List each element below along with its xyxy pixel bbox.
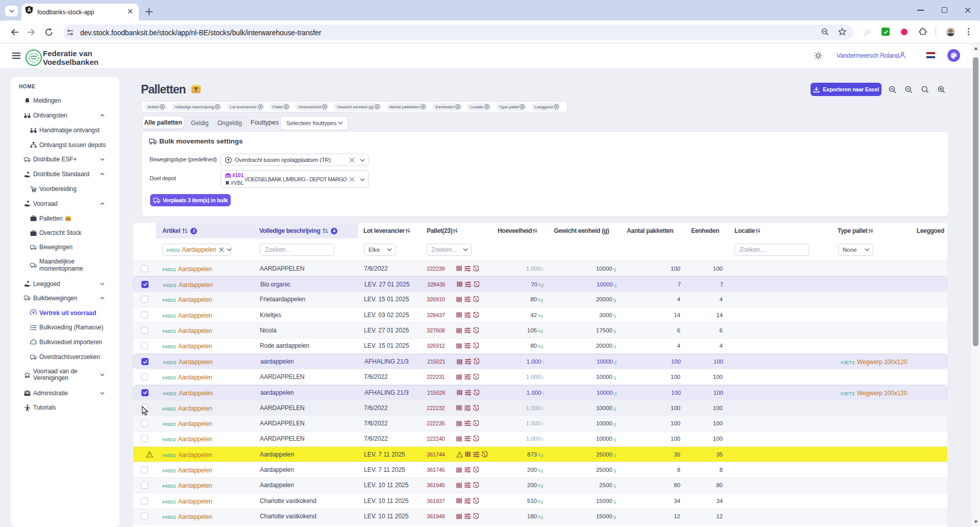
svg-text:A: A — [27, 7, 31, 13]
